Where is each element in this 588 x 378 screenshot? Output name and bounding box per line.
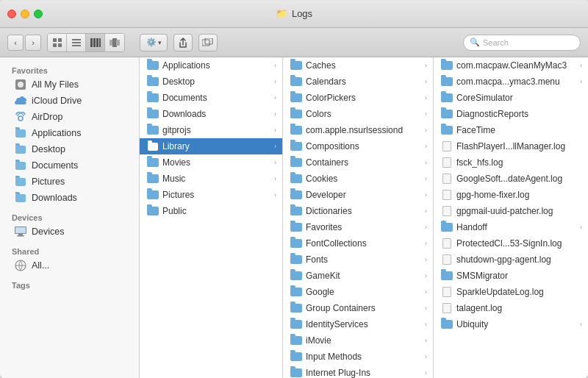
col2-fontcollections[interactable]: FontCollections › [283,235,433,252]
col2-colors[interactable]: Colors › [283,106,433,122]
arrow-icon: › [425,143,427,150]
sidebar-item-applications[interactable]: Applications [3,125,136,141]
col3-facetime[interactable]: FaceTime [434,122,588,138]
svg-rect-22 [17,235,24,237]
col2-fontcollections-label: FontCollections [306,238,421,249]
tags-button[interactable] [198,34,218,51]
col1-desktop[interactable]: Desktop › [140,74,282,90]
col3-talagent[interactable]: talagent.log [434,300,588,316]
col2-cookies[interactable]: Cookies › [283,171,433,187]
sidebar-item-icloud[interactable]: iCloud Drive [3,93,136,109]
col3-fsck[interactable]: fsck_hfs.log [434,154,588,171]
col2-input-methods[interactable]: Input Methods › [283,349,433,365]
col1-downloads[interactable]: Downloads › [140,106,282,122]
col2-calendars[interactable]: Calendars › [283,74,433,90]
col3-smsmigrator[interactable]: SMSMigrator [434,268,588,284]
arrow-icon: › [425,207,427,215]
col2-compositions[interactable]: Compositions › [283,138,433,154]
folder-icon [147,93,159,103]
svg-rect-0 [53,38,57,42]
col2-internet-plugins[interactable]: Internet Plug-Ins › [283,365,433,378]
sidebar-item-pictures[interactable]: Pictures [3,174,136,190]
sidebar-downloads-label: Downloads [32,193,77,203]
close-button[interactable] [7,10,16,18]
col2-colorpickers[interactable]: ColorPickers › [283,90,433,106]
col1-gitprojs[interactable]: gitprojs › [140,122,282,138]
folder-icon [290,254,302,265]
col2-group-containers[interactable]: Group Containers › [283,300,433,316]
col2-favorites-label: Favorites [306,222,421,232]
search-box[interactable]: 🔍 Search [463,35,581,51]
sidebar-item-devices[interactable]: Devices [3,224,136,240]
col3-handoff-label: Handoff [456,222,576,232]
cover-view-button[interactable] [105,34,124,51]
col3-cleanmymac3[interactable]: com.macpaw.CleanMyMac3 › [434,57,588,74]
col2-dictionaries[interactable]: Dictionaries › [283,203,433,219]
col3-sparkle[interactable]: SparkleUpdateLog.log [434,284,588,300]
col2-containers[interactable]: Containers › [283,154,433,171]
sidebar-item-airdrop[interactable]: AirDrop [3,109,136,125]
col1-applications[interactable]: Applications › [140,57,282,74]
col2-google-label: Google [306,287,421,297]
col1-public[interactable]: Public [140,203,282,219]
forward-button[interactable]: › [25,35,41,51]
icon-view-button[interactable] [48,34,67,51]
list-view-button[interactable] [67,34,86,51]
arrow-icon: › [274,62,276,69]
action-button[interactable]: ⚙️▾ [140,34,168,51]
share-button[interactable] [173,34,193,51]
col1-pictures[interactable]: Pictures › [140,187,282,203]
sidebar-item-documents[interactable]: Documents [3,157,136,174]
col2-colors-label: Colors [306,109,421,119]
col2-gamekit[interactable]: GameKit › [283,268,433,284]
sidebar-item-all[interactable]: All... [3,257,136,274]
sidebar-item-all-my-files[interactable]: All My Files [3,76,136,93]
folder-icon [147,174,159,184]
col2-developer-label: Developer [306,190,421,200]
col3-gpgmail[interactable]: gpgmail-uuid-patcher.log [434,203,588,219]
col3-shutdown-gpg[interactable]: shutdown-gpg-agent.log [434,252,588,268]
search-placeholder: Search [483,38,509,47]
maximize-button[interactable] [34,10,43,18]
col2-caches[interactable]: Caches › [283,57,433,74]
sidebar-item-desktop[interactable]: Desktop [3,141,136,157]
sidebar-devices-label: Devices [32,227,64,237]
arrow-icon: › [425,224,427,231]
col3-handoff[interactable]: Handoff › [434,219,588,235]
col2-developer[interactable]: Developer › [283,187,433,203]
svg-rect-3 [58,43,62,47]
folder-icon [441,93,453,103]
svg-rect-21 [18,234,23,235]
col2-fonts[interactable]: Fonts › [283,252,433,268]
col1-library[interactable]: Library › [140,138,282,154]
col2-favorites[interactable]: Favorites › [283,219,433,235]
col1-documents[interactable]: Documents › [140,90,282,106]
col3-gpg-home[interactable]: gpg-home-fixer.log [434,187,588,203]
folder-icon [147,190,159,200]
sidebar-item-downloads[interactable]: Downloads [3,190,136,206]
back-button[interactable]: ‹ [7,35,24,51]
column-1: Applications › Desktop › Documents › Dow… [140,57,283,378]
col3-cleanmymac3-menu[interactable]: com.macpa...ymac3.menu › [434,74,588,90]
col1-music[interactable]: Music › [140,171,282,187]
col3-flashplayer[interactable]: FlashPlayerI...llManager.log [434,138,588,154]
col3-googlesoft[interactable]: GoogleSoft...dateAgent.log [434,171,588,187]
col3-diagnosticreports[interactable]: DiagnosticReports [434,106,588,122]
col2-identityservices-label: IdentityServices [306,319,421,329]
column-view-button[interactable] [86,34,105,51]
col1-movies[interactable]: Movies › [140,154,282,171]
applications-icon [15,127,26,139]
folder-icon [441,76,453,87]
col2-google[interactable]: Google › [283,284,433,300]
col3-coresimulator[interactable]: CoreSimulator [434,90,588,106]
col2-imovie[interactable]: iMovie › [283,332,433,349]
all-my-files-icon [15,79,26,90]
col2-identityservices[interactable]: IdentityServices › [283,316,433,332]
toolbar: ‹ › [0,28,588,57]
col3-protectedcl[interactable]: ProtectedCl...53-SignIn.log [434,235,588,252]
col2-nsurlsessiond[interactable]: com.apple.nsurlsessiond › [283,122,433,138]
folder-icon [441,319,453,329]
col3-ubiquity[interactable]: Ubiquity › [434,316,588,332]
minimize-button[interactable] [21,10,29,18]
downloads-icon [15,192,26,204]
